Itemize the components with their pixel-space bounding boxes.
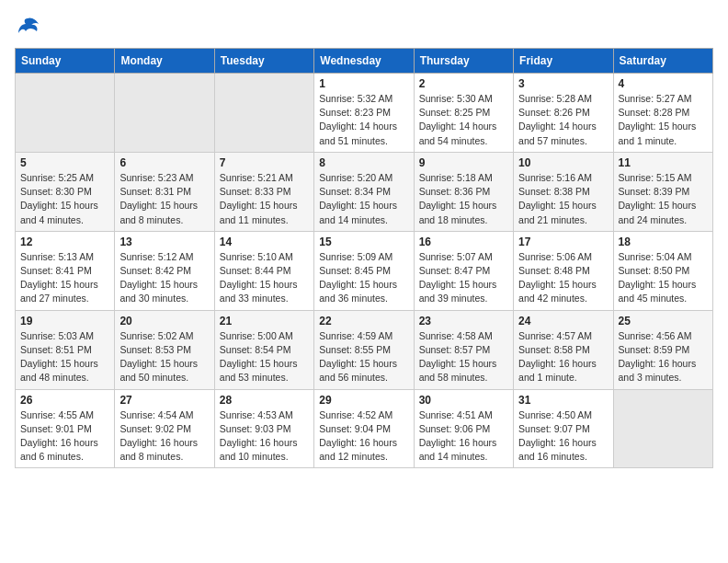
day-number: 7 — [220, 156, 309, 169]
day-info: Sunrise: 5:28 AM Sunset: 8:26 PM Dayligh… — [518, 92, 608, 148]
calendar-cell: 14Sunrise: 5:10 AM Sunset: 8:44 PM Dayli… — [214, 231, 313, 310]
calendar-cell: 15Sunrise: 5:09 AM Sunset: 8:45 PM Dayli… — [314, 231, 414, 310]
day-info: Sunrise: 5:32 AM Sunset: 8:23 PM Dayligh… — [319, 92, 408, 148]
day-info: Sunrise: 5:27 AM Sunset: 8:28 PM Dayligh… — [619, 92, 708, 148]
calendar-cell: 1Sunrise: 5:32 AM Sunset: 8:23 PM Daylig… — [314, 74, 414, 153]
weekday-header-wednesday: Wednesday — [314, 49, 414, 74]
calendar-cell: 22Sunrise: 4:59 AM Sunset: 8:55 PM Dayli… — [314, 310, 414, 389]
day-number: 6 — [119, 156, 209, 169]
calendar-cell: 4Sunrise: 5:27 AM Sunset: 8:28 PM Daylig… — [613, 74, 712, 153]
day-number: 18 — [619, 236, 708, 248]
day-number: 15 — [319, 236, 408, 248]
day-info: Sunrise: 4:57 AM Sunset: 8:58 PM Dayligh… — [518, 329, 608, 385]
weekday-header-monday: Monday — [115, 49, 214, 74]
day-number: 21 — [220, 315, 309, 327]
day-info: Sunrise: 5:04 AM Sunset: 8:50 PM Dayligh… — [619, 250, 708, 306]
day-info: Sunrise: 5:02 AM Sunset: 8:53 PM Dayligh… — [119, 329, 209, 385]
week-row-5: 26Sunrise: 4:55 AM Sunset: 9:01 PM Dayli… — [16, 389, 713, 468]
calendar-cell — [214, 74, 313, 153]
calendar-cell: 24Sunrise: 4:57 AM Sunset: 8:58 PM Dayli… — [514, 310, 613, 389]
day-number: 3 — [518, 77, 608, 90]
day-number: 11 — [619, 156, 708, 169]
calendar-cell: 30Sunrise: 4:51 AM Sunset: 9:06 PM Dayli… — [414, 389, 513, 468]
day-info: Sunrise: 5:07 AM Sunset: 8:47 PM Dayligh… — [419, 250, 508, 306]
day-number: 23 — [419, 315, 508, 327]
calendar-cell: 10Sunrise: 5:16 AM Sunset: 8:38 PM Dayli… — [514, 152, 613, 231]
page-header — [15, 15, 713, 40]
calendar-cell — [115, 74, 214, 153]
calendar-cell: 18Sunrise: 5:04 AM Sunset: 8:50 PM Dayli… — [613, 231, 712, 310]
day-info: Sunrise: 4:53 AM Sunset: 9:03 PM Dayligh… — [220, 408, 309, 465]
day-number: 4 — [619, 77, 708, 90]
calendar-cell: 5Sunrise: 5:25 AM Sunset: 8:30 PM Daylig… — [16, 152, 115, 231]
day-number: 14 — [220, 236, 309, 248]
day-info: Sunrise: 4:59 AM Sunset: 8:55 PM Dayligh… — [319, 329, 408, 385]
week-row-1: 1Sunrise: 5:32 AM Sunset: 8:23 PM Daylig… — [16, 74, 713, 153]
day-number: 31 — [518, 394, 608, 407]
day-number: 30 — [419, 394, 508, 407]
day-info: Sunrise: 5:21 AM Sunset: 8:33 PM Dayligh… — [220, 171, 309, 227]
day-info: Sunrise: 4:56 AM Sunset: 8:59 PM Dayligh… — [619, 329, 708, 385]
day-number: 10 — [518, 156, 608, 169]
calendar-cell: 27Sunrise: 4:54 AM Sunset: 9:02 PM Dayli… — [115, 389, 214, 468]
week-row-4: 19Sunrise: 5:03 AM Sunset: 8:51 PM Dayli… — [16, 310, 713, 389]
day-info: Sunrise: 5:25 AM Sunset: 8:30 PM Dayligh… — [20, 171, 109, 227]
weekday-header-friday: Friday — [514, 49, 613, 74]
logo-bird-icon — [15, 15, 40, 40]
day-number: 9 — [419, 156, 508, 169]
calendar-cell: 20Sunrise: 5:02 AM Sunset: 8:53 PM Dayli… — [115, 310, 214, 389]
day-info: Sunrise: 5:06 AM Sunset: 8:48 PM Dayligh… — [518, 250, 608, 306]
day-number: 29 — [319, 394, 408, 407]
calendar-cell: 16Sunrise: 5:07 AM Sunset: 8:47 PM Dayli… — [414, 231, 513, 310]
day-number: 20 — [119, 315, 209, 327]
day-info: Sunrise: 5:13 AM Sunset: 8:41 PM Dayligh… — [20, 250, 109, 306]
day-info: Sunrise: 5:12 AM Sunset: 8:42 PM Dayligh… — [119, 250, 209, 306]
day-number: 19 — [20, 315, 109, 327]
week-row-3: 12Sunrise: 5:13 AM Sunset: 8:41 PM Dayli… — [16, 231, 713, 310]
day-number: 28 — [220, 394, 309, 407]
calendar-cell: 25Sunrise: 4:56 AM Sunset: 8:59 PM Dayli… — [613, 310, 712, 389]
weekday-header-saturday: Saturday — [613, 49, 712, 74]
day-number: 5 — [20, 156, 109, 169]
calendar-cell — [16, 74, 115, 153]
day-info: Sunrise: 5:09 AM Sunset: 8:45 PM Dayligh… — [319, 250, 408, 306]
weekday-header-thursday: Thursday — [414, 49, 513, 74]
day-number: 26 — [20, 394, 109, 407]
calendar-cell: 9Sunrise: 5:18 AM Sunset: 8:36 PM Daylig… — [414, 152, 513, 231]
calendar-cell: 29Sunrise: 4:52 AM Sunset: 9:04 PM Dayli… — [314, 389, 414, 468]
day-number: 2 — [419, 77, 508, 90]
day-number: 8 — [319, 156, 408, 169]
calendar-cell: 13Sunrise: 5:12 AM Sunset: 8:42 PM Dayli… — [115, 231, 214, 310]
weekday-header-row: SundayMondayTuesdayWednesdayThursdayFrid… — [16, 49, 713, 74]
calendar-cell: 17Sunrise: 5:06 AM Sunset: 8:48 PM Dayli… — [514, 231, 613, 310]
calendar-cell — [613, 389, 712, 468]
calendar-cell: 6Sunrise: 5:23 AM Sunset: 8:31 PM Daylig… — [115, 152, 214, 231]
day-info: Sunrise: 4:54 AM Sunset: 9:02 PM Dayligh… — [119, 408, 209, 465]
day-info: Sunrise: 5:00 AM Sunset: 8:54 PM Dayligh… — [220, 329, 309, 385]
day-number: 22 — [319, 315, 408, 327]
weekday-header-sunday: Sunday — [16, 49, 115, 74]
day-info: Sunrise: 5:10 AM Sunset: 8:44 PM Dayligh… — [220, 250, 309, 306]
calendar-cell: 19Sunrise: 5:03 AM Sunset: 8:51 PM Dayli… — [16, 310, 115, 389]
day-number: 1 — [319, 77, 408, 90]
day-number: 16 — [419, 236, 508, 248]
day-info: Sunrise: 5:18 AM Sunset: 8:36 PM Dayligh… — [419, 171, 508, 227]
day-info: Sunrise: 4:52 AM Sunset: 9:04 PM Dayligh… — [319, 408, 408, 465]
day-number: 12 — [20, 236, 109, 248]
day-info: Sunrise: 4:50 AM Sunset: 9:07 PM Dayligh… — [518, 408, 608, 465]
calendar-cell: 28Sunrise: 4:53 AM Sunset: 9:03 PM Dayli… — [214, 389, 313, 468]
weekday-header-tuesday: Tuesday — [214, 49, 313, 74]
day-number: 17 — [518, 236, 608, 248]
day-number: 25 — [619, 315, 708, 327]
calendar-cell: 26Sunrise: 4:55 AM Sunset: 9:01 PM Dayli… — [16, 389, 115, 468]
week-row-2: 5Sunrise: 5:25 AM Sunset: 8:30 PM Daylig… — [16, 152, 713, 231]
day-info: Sunrise: 5:20 AM Sunset: 8:34 PM Dayligh… — [319, 171, 408, 227]
day-number: 24 — [518, 315, 608, 327]
calendar-cell: 7Sunrise: 5:21 AM Sunset: 8:33 PM Daylig… — [214, 152, 313, 231]
day-info: Sunrise: 4:51 AM Sunset: 9:06 PM Dayligh… — [419, 408, 508, 465]
calendar-cell: 31Sunrise: 4:50 AM Sunset: 9:07 PM Dayli… — [514, 389, 613, 468]
calendar-cell: 12Sunrise: 5:13 AM Sunset: 8:41 PM Dayli… — [16, 231, 115, 310]
calendar-cell: 21Sunrise: 5:00 AM Sunset: 8:54 PM Dayli… — [214, 310, 313, 389]
day-info: Sunrise: 5:30 AM Sunset: 8:25 PM Dayligh… — [419, 92, 508, 148]
day-info: Sunrise: 4:55 AM Sunset: 9:01 PM Dayligh… — [20, 408, 109, 465]
